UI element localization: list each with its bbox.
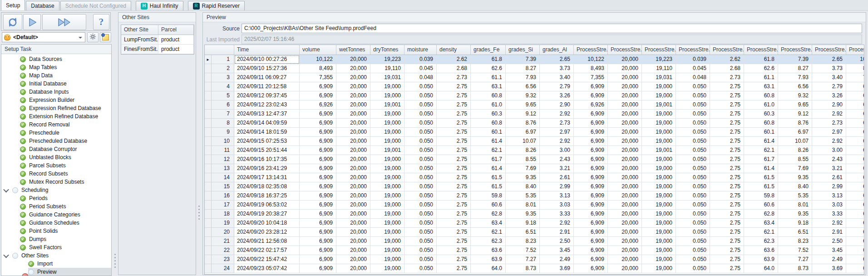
cell-processstre-15[interactable]: 7.52 — [778, 246, 812, 255]
cell-grades-si-7[interactable]: 8.73 — [506, 264, 540, 273]
cell-other-site[interactable]: FinesFromSit... — [121, 45, 158, 54]
cell-grades-si-7[interactable]: 9.35 — [506, 173, 540, 182]
cell-density-5[interactable]: 2.75 — [437, 91, 471, 100]
cell-processstre-14[interactable]: 62.1 — [744, 228, 778, 237]
cell-processstre-11[interactable]: 19,031 — [642, 73, 676, 82]
cell-wettonnes-2[interactable]: 20,000 — [336, 201, 370, 210]
cell-processstre-16[interactable]: 3.03 — [812, 201, 846, 210]
row-number-cell[interactable]: 9 — [212, 128, 234, 137]
cell-processstre-9[interactable]: 6,909 — [574, 246, 608, 255]
cell-processstre-13[interactable]: 2.75 — [710, 173, 744, 182]
cell-processstre-10[interactable]: 20,000 — [608, 55, 642, 64]
cell-time-0[interactable]: 2024/09/14 04:09:59 — [234, 119, 300, 128]
cell-processstre-11[interactable]: 19,000 — [642, 264, 676, 273]
cell-grades-si-7[interactable]: 9.35 — [506, 210, 540, 219]
cell-process-17[interactable]: 10,122 — [846, 55, 864, 64]
cell-processstre-15[interactable]: 7.69 — [778, 164, 812, 173]
cell-density-5[interactable]: 2.75 — [437, 128, 471, 137]
cell-processstre-10[interactable]: 20,000 — [608, 228, 642, 237]
cell-process-17[interactable]: 6,909 — [846, 137, 864, 146]
row-number-cell[interactable]: 17 — [212, 201, 234, 210]
cell-processstre-9[interactable]: 6,909 — [574, 110, 608, 119]
row-selector-cell[interactable] — [205, 119, 212, 128]
cell-drytonnes-3[interactable]: 19,000 — [370, 137, 404, 146]
cell-processstre-9[interactable]: 6,909 — [574, 137, 608, 146]
cell-grades-al-8[interactable]: 3.03 — [540, 201, 574, 210]
tree-item-dumps[interactable]: ✓Dumps — [1, 235, 111, 243]
cell-processstre-13[interactable]: 2.75 — [710, 100, 744, 110]
cell-processstre-12[interactable]: 0.050 — [676, 128, 710, 137]
cell-grades-al-8[interactable]: 3.00 — [540, 146, 574, 155]
row-selector-cell[interactable] — [205, 228, 212, 237]
cell-processstre-9[interactable]: 6,909 — [574, 237, 608, 246]
cell-wettonnes-2[interactable]: 20,000 — [336, 264, 370, 273]
cell-process-17[interactable]: 6,909 — [846, 219, 864, 228]
cell-grades-si-7[interactable]: 7.69 — [506, 164, 540, 173]
tree-item-record-subsets[interactable]: ✓Record Subsets — [1, 170, 111, 178]
cell-wettonnes-2[interactable]: 20,000 — [336, 173, 370, 182]
cell-processstre-13[interactable]: 2.75 — [710, 264, 744, 273]
cell-wettonnes-2[interactable]: 20,000 — [336, 219, 370, 228]
cell-processstre-16[interactable]: 2.90 — [812, 100, 846, 110]
cell-processstre-14[interactable]: 63.6 — [744, 246, 778, 255]
cell-processstre-11[interactable]: 19,000 — [642, 137, 676, 146]
cell-processstre-15[interactable]: 9.35 — [778, 173, 812, 182]
row-number-cell[interactable]: 10 — [212, 137, 234, 146]
cell-processstre-15[interactable]: 10.07 — [778, 137, 812, 146]
cell-volume-1[interactable]: 10,122 — [300, 55, 336, 64]
row-selector-cell[interactable] — [205, 137, 212, 146]
cell-volume-1[interactable]: 6,909 — [300, 182, 336, 191]
cell-processstre-15[interactable]: 8.40 — [778, 182, 812, 191]
cell-processstre-10[interactable]: 20,000 — [608, 137, 642, 146]
tab-setup[interactable]: Setup — [1, 0, 25, 10]
cell-drytonnes-3[interactable]: 19,000 — [370, 82, 404, 91]
cell-processstre-9[interactable]: 6,909 — [574, 191, 608, 201]
cell-moisture-4[interactable]: 0.050 — [404, 110, 437, 119]
row-selector-cell[interactable] — [205, 82, 212, 91]
cell-grades-si-7[interactable]: 8.76 — [506, 119, 540, 128]
cell-drytonnes-3[interactable]: 19,000 — [370, 246, 404, 255]
row-number-cell[interactable]: 16 — [212, 191, 234, 201]
row-selector-cell[interactable] — [205, 173, 212, 182]
tree-item-map-tables[interactable]: ✓Map Tables — [1, 63, 111, 71]
cell-processstre-10[interactable]: 20,000 — [608, 64, 642, 73]
cell-drytonnes-3[interactable]: 19,000 — [370, 173, 404, 182]
tab-database[interactable]: Database — [26, 1, 59, 10]
cell-processstre-14[interactable]: 60.8 — [744, 91, 778, 100]
cell-process-17[interactable]: 6,909 — [846, 110, 864, 119]
cell-drytonnes-3[interactable]: 19,000 — [370, 119, 404, 128]
cell-grades-fe-6[interactable]: 61.4 — [471, 164, 506, 173]
row-selector-cell[interactable] — [205, 255, 212, 264]
cell-density-5[interactable]: 2.75 — [437, 173, 471, 182]
cell-time-0[interactable]: 2024/09/22 02:17:57 — [234, 246, 300, 255]
cell-other-site[interactable]: LumpFromSit... — [121, 35, 158, 45]
cell-processstre-15[interactable]: 8.26 — [778, 146, 812, 155]
cell-wettonnes-2[interactable]: 20,000 — [336, 82, 370, 91]
cell-processstre-10[interactable]: 20,000 — [608, 182, 642, 191]
cell-drytonnes-3[interactable]: 19,000 — [370, 128, 404, 137]
cell-moisture-4[interactable]: 0.050 — [404, 164, 437, 173]
cell-moisture-4[interactable]: 0.050 — [404, 119, 437, 128]
cell-processstre-9[interactable]: 6,909 — [574, 182, 608, 191]
cell-processstre-13[interactable]: 2.75 — [710, 110, 744, 119]
tab-rapid-reserver[interactable]: RRapid Reserver — [188, 1, 245, 10]
tree-item-guidance-categories[interactable]: ✓Guidance Categories — [1, 211, 111, 219]
cell-grades-si-7[interactable]: 8.27 — [506, 64, 540, 73]
cell-grades-al-8[interactable]: 3.45 — [540, 246, 574, 255]
cell-grades-si-7[interactable]: 5.35 — [506, 191, 540, 201]
cell-processstre-16[interactable]: 2.65 — [812, 55, 846, 64]
cell-processstre-12[interactable]: 0.050 — [676, 201, 710, 210]
tree-item-preschedule[interactable]: ✓Preschedule — [1, 129, 111, 137]
cell-processstre-15[interactable]: 9.18 — [778, 219, 812, 228]
tree-item-guidance-schedules[interactable]: ✓Guidance Schedules — [1, 219, 111, 227]
row-selector-cell[interactable]: ▸ — [205, 55, 212, 64]
cell-processstre-12[interactable]: 0.050 — [676, 110, 710, 119]
cell-processstre-14[interactable]: 61.0 — [744, 100, 778, 110]
row-selector-cell[interactable] — [205, 73, 212, 82]
cell-wettonnes-2[interactable]: 20,000 — [336, 55, 370, 64]
cell-grades-fe-6[interactable]: 62.3 — [471, 237, 506, 246]
cell-volume-1[interactable]: 6,909 — [300, 191, 336, 201]
tab-haul-infinity[interactable]: HHaul Infinity — [136, 1, 183, 10]
cell-grades-fe-6[interactable]: 60.3 — [471, 110, 506, 119]
tree-item-map-data[interactable]: ✓Map Data — [1, 71, 111, 80]
